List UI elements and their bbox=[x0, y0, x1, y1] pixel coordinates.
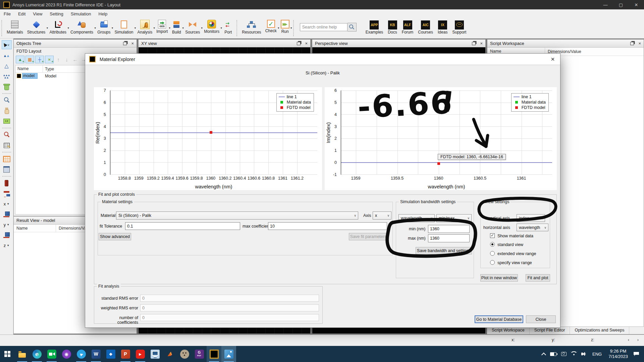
bandwidth-mode-select[interactable]: min/max bbox=[436, 214, 472, 222]
view-x-icon[interactable] bbox=[1, 209, 12, 219]
menu-view[interactable]: View bbox=[29, 10, 46, 18]
close-button[interactable]: ✕ bbox=[629, 0, 644, 9]
axis-select[interactable]: x bbox=[373, 212, 391, 220]
float-panel-icon[interactable] bbox=[472, 42, 476, 45]
dialog-close-button[interactable]: Close bbox=[526, 315, 556, 323]
structure-outline-icon[interactable] bbox=[1, 61, 12, 71]
tab-script-file-editor[interactable]: Script File Editor bbox=[530, 327, 570, 334]
add-axis-button[interactable]: ┼+ bbox=[35, 56, 44, 63]
camera-icon[interactable] bbox=[559, 346, 569, 362]
radio-extended-view-range[interactable] bbox=[490, 251, 495, 256]
pan-icon[interactable] bbox=[1, 106, 12, 116]
gimp-icon[interactable] bbox=[177, 346, 192, 362]
fit-and-plot-button[interactable]: Fit and plot bbox=[526, 274, 550, 282]
help-examples-button[interactable]: APPExamples bbox=[366, 20, 383, 35]
axis-z-button[interactable]: z▼ bbox=[1, 241, 12, 250]
youtube-icon[interactable]: ▶ bbox=[133, 346, 148, 362]
zoom-structures-icon[interactable] bbox=[1, 51, 12, 60]
axis-y-button[interactable]: y▼ bbox=[1, 220, 12, 230]
fdtd-model-point[interactable] bbox=[210, 131, 212, 134]
close-panel-icon[interactable]: × bbox=[131, 41, 134, 46]
dialog-close-icon[interactable]: ✕ bbox=[545, 56, 560, 62]
help-courses-button[interactable]: AICCourses bbox=[418, 20, 433, 35]
column-header-name[interactable]: Name bbox=[14, 225, 56, 232]
maximize-button[interactable]: ▢ bbox=[613, 0, 629, 9]
plot-in-new-window-button[interactable]: Plot in new window bbox=[480, 274, 518, 282]
toolbar-run-button[interactable]: ▼Run bbox=[279, 19, 291, 36]
remote-pc-icon[interactable] bbox=[148, 346, 162, 362]
add-cross-button[interactable]: ×+ bbox=[45, 56, 54, 63]
max-coefficients-input[interactable]: 10 bbox=[268, 222, 387, 230]
show-material-data-checkbox[interactable] bbox=[490, 233, 495, 238]
volume-icon[interactable] bbox=[579, 346, 589, 362]
add-mesh-button[interactable]: ▦+ bbox=[25, 56, 34, 63]
toolbar-resources-button[interactable]: Resources bbox=[240, 19, 263, 36]
tray-expand-icon[interactable] bbox=[539, 346, 549, 362]
tab-script-workspace[interactable]: Script Workspace bbox=[487, 327, 530, 334]
close-panel-icon[interactable]: × bbox=[638, 41, 641, 46]
help-docs-button[interactable]: KBDocs bbox=[388, 20, 397, 35]
help-ideas-button[interactable]: IXIdeas bbox=[438, 20, 447, 35]
axis-x-button[interactable]: x▼ bbox=[1, 199, 12, 209]
lumerical-icon[interactable] bbox=[207, 346, 221, 362]
go-to-material-database-button[interactable]: Go to Material Database bbox=[475, 315, 523, 323]
close-panel-icon[interactable]: × bbox=[480, 41, 483, 46]
toolbar-components-button[interactable]: ▼Components bbox=[68, 19, 95, 36]
float-panel-icon[interactable] bbox=[297, 42, 301, 45]
float-panel-icon[interactable] bbox=[630, 42, 634, 45]
calculator-icon[interactable] bbox=[1, 165, 12, 174]
telegram-icon[interactable] bbox=[74, 346, 89, 362]
battery-icon[interactable] bbox=[549, 346, 559, 362]
ruler-icon[interactable] bbox=[1, 116, 12, 126]
run-dropdown-icon[interactable]: ▼ bbox=[290, 27, 292, 29]
horizontal-axis-select[interactable]: wavelength bbox=[517, 224, 548, 231]
search-input[interactable] bbox=[300, 23, 347, 31]
move-down-button[interactable]: ↓ bbox=[63, 57, 70, 62]
photos-icon[interactable] bbox=[221, 346, 236, 362]
toolbar-check-button[interactable]: ▼Check bbox=[263, 19, 279, 36]
draw-grid-icon[interactable] bbox=[1, 140, 12, 150]
edge-icon[interactable]: e bbox=[30, 346, 44, 362]
matlab-icon[interactable] bbox=[162, 346, 177, 362]
toolbar-attributes-button[interactable]: ▼Attributes bbox=[47, 19, 68, 36]
plot-area[interactable]: line 1Material dataFDTD model bbox=[110, 90, 317, 175]
radio-specify-view-range[interactable] bbox=[490, 260, 495, 265]
toolbar-structures-button[interactable]: ▼Structures bbox=[25, 19, 48, 36]
bandwidth-type-select[interactable]: wavelength bbox=[398, 214, 435, 222]
toolbar-analysis-button[interactable]: ▼Analysis bbox=[136, 19, 155, 36]
menu-edit[interactable]: Edit bbox=[14, 10, 29, 18]
toolbar-simulation-button[interactable]: ▼Simulation bbox=[112, 19, 135, 36]
powerpoint-icon[interactable]: P bbox=[118, 346, 133, 362]
help-forum-button[interactable]: ALFForum bbox=[402, 20, 414, 35]
podcast-icon[interactable]: ◉ bbox=[59, 346, 74, 362]
search-icon[interactable] bbox=[347, 23, 357, 32]
gpdf-icon[interactable]: GPDF bbox=[192, 346, 207, 362]
re-index-chart[interactable]: Re(index) line 1Material dataFDTD model … bbox=[94, 87, 322, 190]
im-index-chart[interactable]: Im(index) line 1Material dataFDTD modelF… bbox=[325, 87, 557, 190]
tab-optimizations-and-sweeps[interactable]: Optimizations and Sweeps bbox=[570, 327, 629, 334]
help-support-button[interactable]: ⋯Support bbox=[452, 20, 466, 35]
material-select[interactable]: Si (Silicon) - Palik bbox=[116, 212, 358, 220]
toolbar-port-button[interactable]: Port bbox=[221, 19, 235, 36]
close-panel-icon[interactable]: × bbox=[305, 41, 308, 46]
move-up-button[interactable]: ↑ bbox=[55, 57, 62, 62]
duplicate-group-icon[interactable] bbox=[1, 71, 12, 81]
language-indicator[interactable]: ENG bbox=[589, 352, 605, 357]
menu-simulation[interactable]: Simulation bbox=[67, 10, 95, 18]
show-advanced-button[interactable]: Show advanced bbox=[99, 233, 131, 240]
fit-tolerance-input[interactable]: 0.1 bbox=[125, 222, 240, 230]
word-icon[interactable]: W bbox=[89, 346, 103, 362]
menu-help[interactable]: Help bbox=[95, 10, 111, 18]
column-header-type[interactable]: Type bbox=[43, 67, 54, 71]
notification-center-icon[interactable] bbox=[631, 346, 641, 362]
clock[interactable]: 9:26 PM 7/14/2023 bbox=[605, 349, 631, 359]
save-fit-parameters-button[interactable]: Save fit parameters bbox=[349, 233, 388, 240]
max-nm-input[interactable]: 1360 bbox=[428, 234, 470, 242]
move-left-button[interactable]: ← bbox=[71, 57, 79, 62]
add-structure-button[interactable]: ▲+ bbox=[16, 56, 24, 63]
min-nm-input[interactable]: 1360 bbox=[428, 225, 470, 233]
zoom-extents-icon[interactable] bbox=[1, 130, 12, 140]
menu-file[interactable]: File bbox=[0, 10, 14, 18]
start-button[interactable] bbox=[0, 346, 15, 362]
toolbar-build-button[interactable]: ▼Build bbox=[170, 19, 183, 36]
